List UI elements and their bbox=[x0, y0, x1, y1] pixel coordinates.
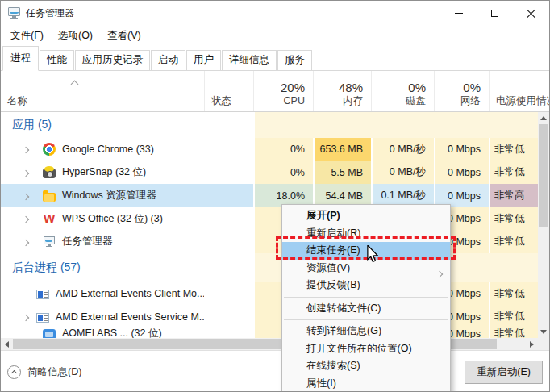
restart-button[interactable]: 重新启动(E) bbox=[465, 361, 543, 384]
expand-chevron-icon[interactable] bbox=[23, 236, 35, 248]
column-header-label-net: 网络 bbox=[441, 95, 481, 107]
process-row[interactable]: HyperSnap (32 位)0%5.5 MB0 MB/秒0 Mbps非常低 bbox=[1, 161, 549, 185]
tab-详细信息[interactable]: 详细信息 bbox=[222, 50, 277, 70]
cpu-cell: 0% bbox=[253, 161, 313, 185]
tab-应用历史记录[interactable]: 应用历史记录 bbox=[75, 50, 150, 70]
column-header-label-power: 电源使用情况 bbox=[496, 95, 550, 107]
scroll-up-button[interactable] bbox=[538, 112, 549, 124]
scroll-left-icon bbox=[5, 341, 9, 348]
context-menu-item-I[interactable]: 属性(I) bbox=[282, 375, 450, 392]
group-header-row[interactable]: 后台进程 (57) bbox=[1, 253, 549, 282]
expand-chevron-icon[interactable] bbox=[23, 190, 35, 202]
group-header-row[interactable]: 应用 (5) bbox=[1, 112, 549, 138]
tab-启动[interactable]: 启动 bbox=[151, 50, 185, 70]
column-header-label-name: 名称 bbox=[7, 95, 196, 107]
scroll-right-button[interactable] bbox=[526, 338, 538, 350]
menubar-item-O[interactable]: 选项(O) bbox=[51, 26, 100, 46]
tab-进程[interactable]: 进程 bbox=[2, 46, 39, 71]
process-name-cell: AMD External Events Client Mo... bbox=[1, 282, 204, 306]
process-name-label: AMD External Events Service M... bbox=[56, 311, 204, 323]
process-name-label: 任务管理器 bbox=[62, 235, 113, 248]
menubar-item-F[interactable]: 文件(F) bbox=[3, 26, 51, 46]
maximize-button[interactable] bbox=[477, 1, 513, 25]
close-icon bbox=[527, 9, 535, 18]
disk-cell: 0 MB/秒 bbox=[371, 161, 434, 185]
mem-cell: 5.5 MB bbox=[313, 161, 371, 185]
status-cell bbox=[204, 282, 253, 306]
process-row[interactable]: WWPS Office (32 位) (3)0 Mbps非常低 bbox=[1, 207, 549, 231]
column-header-mem[interactable]: 48%内存 bbox=[313, 71, 371, 111]
column-header-net[interactable]: 0%网络 bbox=[434, 71, 489, 111]
column-header-disk[interactable]: 0%磁盘 bbox=[371, 71, 434, 111]
process-row[interactable]: Google Chrome (33)0%653.6 MB0 MB/秒0 Mbps… bbox=[1, 138, 549, 161]
process-row[interactable]: AMD External Events Client Mo...0 Mbps非常… bbox=[1, 282, 549, 306]
scroll-down-button[interactable] bbox=[538, 326, 549, 338]
mem-cell: 653.6 MB bbox=[313, 138, 371, 161]
expand-chevron-icon[interactable] bbox=[23, 311, 28, 323]
column-header-name[interactable]: 名称 bbox=[1, 71, 204, 111]
net-cell: 0 Mbps bbox=[434, 138, 489, 161]
maximize-icon bbox=[491, 10, 498, 17]
minimize-button[interactable] bbox=[440, 1, 477, 25]
context-menu-item-S[interactable]: 在线搜索(S) bbox=[282, 357, 450, 375]
context-menu-item-G[interactable]: 转到详细信息(G) bbox=[282, 323, 450, 340]
column-header-label-status: 状态 bbox=[211, 95, 245, 107]
cpu-cell: 0% bbox=[253, 138, 313, 161]
column-header-cpu[interactable]: 20%CPU bbox=[253, 71, 313, 111]
process-row[interactable]: Windows 资源管理器18.0%54.4 MB0.1 MB/秒0 Mbps非… bbox=[1, 184, 549, 207]
column-header-pct-net: 0% bbox=[441, 80, 481, 95]
menubar-item-V[interactable]: 查看(V) bbox=[100, 26, 148, 46]
process-name-cell: Windows 资源管理器 bbox=[1, 184, 204, 207]
context-menu-item-P[interactable]: 展开(P) bbox=[282, 207, 450, 225]
process-name-label: Windows 资源管理器 bbox=[62, 189, 156, 202]
process-name-cell: AMD External Events Service M... bbox=[1, 306, 204, 329]
column-header-pct-status bbox=[211, 80, 245, 95]
column-header-status[interactable]: 状态 bbox=[204, 71, 253, 111]
tab-性能[interactable]: 性能 bbox=[40, 50, 74, 70]
context-menu-item-R[interactable]: 重新启动(R) bbox=[282, 225, 450, 243]
context-menu: 展开(P)重新启动(R)结束任务(E)资源值(V)提供反馈(B)创建转储文件(C… bbox=[281, 204, 451, 392]
expand-chevron-icon[interactable] bbox=[23, 213, 35, 224]
process-table: 应用 (5)Google Chrome (33)0%653.6 MB0 MB/秒… bbox=[1, 112, 549, 338]
tab-用户[interactable]: 用户 bbox=[186, 50, 221, 70]
tab-服务[interactable]: 服务 bbox=[277, 50, 312, 70]
vertical-scrollbar-thumb[interactable] bbox=[539, 124, 548, 227]
column-header-label-disk: 磁盘 bbox=[378, 95, 426, 107]
expand-chevron-icon[interactable] bbox=[23, 144, 35, 155]
process-name-label: AMD External Events Client Mo... bbox=[56, 288, 204, 299]
context-menu-separator bbox=[284, 297, 448, 298]
process-row[interactable]: 任务管理器0 Mbps非常低 bbox=[1, 231, 549, 254]
scroll-right-icon bbox=[530, 341, 534, 348]
process-name-cell: Google Chrome (33) bbox=[1, 138, 204, 161]
wps-icon: W bbox=[43, 212, 56, 225]
fewer-details-label: 简略信息(D) bbox=[27, 365, 81, 379]
column-header-pct-name bbox=[7, 80, 196, 95]
tab-bar: 进程性能应用历史记录启动用户详细信息服务 bbox=[1, 46, 549, 71]
close-button[interactable] bbox=[513, 1, 549, 25]
column-header-pct-power bbox=[496, 80, 550, 95]
column-header-label-cpu: CPU bbox=[260, 95, 305, 107]
process-row[interactable]: AOMEI ABS ... (32 位)0 Mbps非常低 bbox=[1, 328, 549, 338]
fewer-details-toggle[interactable]: 简略信息(D) bbox=[7, 365, 81, 379]
process-name-cell: WWPS Office (32 位) (3) bbox=[1, 207, 204, 231]
column-header-power[interactable]: 电源使用情况 bbox=[489, 71, 550, 111]
amd-icon bbox=[36, 313, 49, 323]
column-header-label-mem: 内存 bbox=[320, 95, 363, 107]
task-manager-window: 任务管理器 文件(F)选项(O)查看(V) 进程性能应用历史记录启动用户详细信息… bbox=[0, 0, 550, 392]
collapse-icon bbox=[7, 365, 21, 379]
table-header: 名称 状态20%CPU48%内存0%磁盘0%网络 电源使用情况 bbox=[1, 71, 549, 112]
process-name-label: HyperSnap (32 位) bbox=[62, 165, 146, 179]
group-heat-fill bbox=[253, 112, 549, 138]
mouse-cursor bbox=[365, 245, 380, 263]
group-header-label: 后台进程 (57) bbox=[1, 261, 253, 275]
context-menu-item-B[interactable]: 提供反馈(B) bbox=[282, 277, 450, 294]
scroll-left-button[interactable] bbox=[1, 338, 13, 350]
context-menu-item-C[interactable]: 创建转储文件(C) bbox=[282, 300, 450, 318]
minimize-icon bbox=[455, 13, 463, 14]
vertical-scrollbar[interactable] bbox=[538, 112, 549, 338]
context-menu-item-O[interactable]: 打开文件所在的位置(O) bbox=[282, 340, 450, 358]
taskmgr-icon bbox=[43, 236, 56, 248]
horizontal-scrollbar[interactable] bbox=[1, 338, 549, 350]
process-row[interactable]: AMD External Events Service M...0 Mbps非常… bbox=[1, 306, 549, 329]
expand-chevron-icon[interactable] bbox=[23, 167, 35, 178]
